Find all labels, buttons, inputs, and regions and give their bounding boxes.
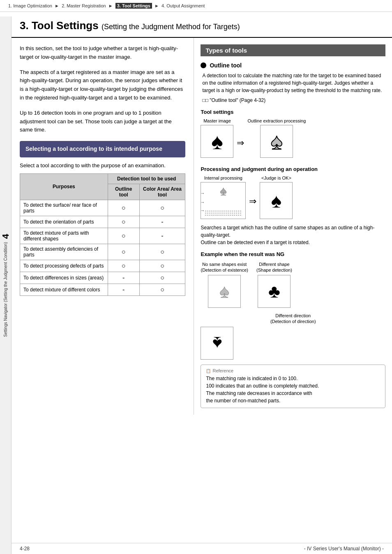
table-row-3-color: ○ (139, 244, 185, 260)
processing-arrow: ⇒ (249, 183, 256, 220)
judge-box: ♠ (260, 182, 293, 219)
ng-example-2: Different shape(Shape detection) ♣ (256, 261, 292, 308)
left-column: In this section, set the tool to judge w… (12, 38, 194, 415)
outline-tool-label: Outline tool (210, 62, 242, 69)
breadcrumb-item-3: 3. Tool Settings (115, 3, 152, 9)
reference-box: Reference The matching rate is indicated… (201, 365, 385, 408)
outline-extraction-label: Outline extraction processing (247, 118, 306, 123)
right-arrow-icon: ⇒ (237, 138, 244, 148)
intro-para-3: Up to 16 detection tools in one program … (20, 109, 185, 134)
master-image-group: Master image ♠ (201, 118, 233, 158)
table-row-0-color: ○ (139, 200, 185, 216)
right-column: Types of tools Outline tool A detection … (194, 38, 392, 415)
table-row: To detect the orientation of parts ○ - (20, 216, 185, 228)
table-row-4-purpose: To detect processing defects of parts (20, 260, 108, 272)
tool-settings-diagram: Master image ♠ ⇒ Outline extraction proc… (201, 118, 385, 159)
table-row: To detect assembly deficiencies of parts… (20, 244, 185, 260)
table-row: To detect mixture of parts with differen… (20, 228, 185, 244)
sidebar-number: 4 (0, 234, 11, 239)
direction-box: ♠ (201, 327, 233, 360)
table-row-1-color: - (139, 216, 185, 228)
outline-tool-desc: A detection tool to calculate the matchi… (201, 72, 385, 94)
breadcrumb-item-2: 2. Master Registration (62, 3, 106, 8)
judge-spade-icon: ♠ (271, 189, 282, 212)
manual-title: - IV Series User's Manual (Monitor) - (304, 546, 384, 552)
types-of-tools-header: Types of tools (201, 44, 385, 56)
intro-para-2: The aspects of a target registered as a … (20, 68, 185, 102)
reference-label: Reference (212, 368, 233, 373)
ng-box-1: ♠ (208, 275, 241, 308)
table-header-purposes: Purposes (20, 173, 108, 200)
table-row-4-color: ○ (139, 260, 185, 272)
table-row: To detect mixture of different colors - … (20, 284, 185, 295)
ng-example-1: No same shapes exist(Detection of existe… (201, 261, 248, 308)
intro-para-1: In this section, set the tool to judge w… (20, 44, 185, 62)
table-row: To detect the surface/ rear face of part… (20, 200, 185, 216)
ref-link: "Outline tool" (Page 4-32) (201, 97, 385, 103)
main-content: 3. Tool Settings (Setting the Judgment M… (12, 12, 392, 415)
page-title-main: Tool Settings (32, 19, 99, 32)
outline-tool-section: Outline tool A detection tool to calcula… (201, 62, 385, 103)
judge-group: <Judge is OK> ♠ (260, 175, 293, 219)
internal-processing-group: Internal processing ♠ → → → (201, 175, 246, 219)
processing-arrow-icon: ⇒ (249, 196, 256, 207)
reference-text-1: The matching rate is indicated in 0 to 1… (206, 375, 380, 382)
spade-solid-icon: ♠ (211, 129, 223, 154)
reference-text-3: The matching rate decreases in accordanc… (206, 390, 380, 397)
page-title-number: 3. (20, 19, 29, 32)
select-tool-desc: Select a tool according to with the purp… (20, 162, 185, 169)
example-ng-label: Example when the result was NG (201, 251, 385, 257)
spade-outline-icon: ♠ (271, 129, 283, 154)
table-row-2-outline: ○ (108, 228, 139, 244)
ng-box-2: ♣ (258, 275, 291, 308)
table-row-5-color: ○ (139, 272, 185, 284)
master-image-spade: ♠ (201, 125, 233, 158)
table-row-3-outline: ○ (108, 244, 139, 260)
table-header-detection: Detection tool to be used (108, 173, 185, 184)
internal-box-overlay: → → → (201, 182, 245, 219)
direction-example: Different direction(Detection of directi… (201, 313, 385, 360)
master-image-label: Master image (203, 118, 231, 123)
page-title: 3. Tool Settings (Setting the Judgment M… (20, 19, 384, 32)
table-row-6-outline: - (108, 284, 139, 295)
judge-label: <Judge is OK> (261, 175, 291, 180)
selecting-tool-box: Selecting a tool according to its intend… (20, 141, 185, 157)
table-row-2-color: - (139, 228, 185, 244)
tool-table: Purposes Detection tool to be used Outli… (20, 173, 185, 296)
selecting-tool-title: Selecting a tool according to its intend… (25, 145, 180, 153)
table-col2-header: Color Area/ Area tool (139, 184, 185, 200)
searches-text: Searches a target which has the outline … (201, 224, 385, 246)
table-row-5-purpose: To detect differences in sizes (areas) (20, 272, 108, 284)
arrow-3: → (200, 208, 205, 213)
table-row-3-purpose: To detect assembly deficiencies of parts (20, 244, 108, 260)
page-title-bar: 3. Tool Settings (Setting the Judgment M… (12, 12, 392, 38)
breadcrumb-item-4: 4. Output Assignment (161, 3, 205, 8)
table-row: To detect processing defects of parts ○ … (20, 260, 185, 272)
arrow-2: → (200, 200, 205, 205)
table-col1-header: Outline tool (108, 184, 139, 200)
internal-processing-box: ♠ → → → (201, 182, 246, 219)
table-row: To detect differences in sizes (areas) -… (20, 272, 185, 284)
table-row-1-purpose: To detect the orientation of parts (20, 216, 108, 228)
content-area: In this section, set the tool to judge w… (12, 38, 392, 415)
ng-spade-outline-icon: ♠ (220, 281, 229, 302)
dot-icon (201, 62, 206, 68)
table-row-6-purpose: To detect mixture of different colors (20, 284, 108, 295)
table-row-2-purpose: To detect mixture of parts with differen… (20, 228, 108, 244)
outline-tool-title: Outline tool (201, 62, 385, 69)
internal-processing-label: Internal processing (204, 175, 242, 180)
ng-club-icon: ♣ (268, 281, 280, 302)
page-title-subtitle-text: (Setting the Judgment Method for Targets… (101, 23, 240, 31)
page-footer: 4-28 - IV Series User's Manual (Monitor)… (12, 543, 392, 554)
sidebar-text: Settings Navigator (Setting the Judgment… (3, 242, 8, 337)
arrow-right: ⇒ (237, 127, 244, 159)
tool-settings-label: Tool settings (201, 109, 385, 115)
table-row-6-color: ○ (139, 284, 185, 295)
arrow-1: → (200, 191, 205, 196)
reference-text-2: 100 indicates that an outline is complet… (206, 382, 380, 390)
rotated-spade-icon: ♠ (212, 333, 222, 353)
table-row-0-outline: ○ (108, 200, 139, 216)
outline-extraction-group: Outline extraction processing ♠ (247, 118, 306, 158)
ng-example-2-label: Different shape(Shape detection) (256, 261, 292, 273)
table-row-1-outline: ○ (108, 216, 139, 228)
